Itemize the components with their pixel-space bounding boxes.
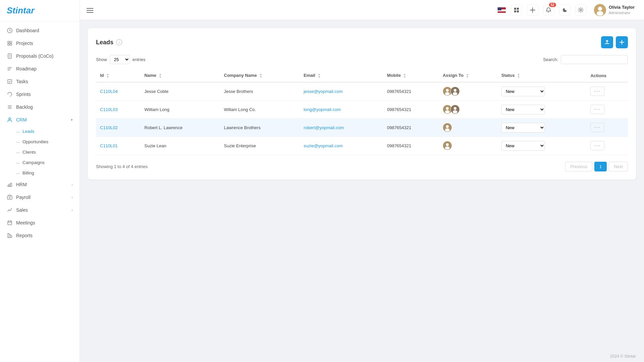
sidebar-item-hrm[interactable]: HRM ›	[0, 178, 80, 191]
sidebar-sub-leads[interactable]: Leads	[0, 126, 80, 137]
sidebar-nav: Dashboard Projects Proposals (CoCo) Road…	[0, 21, 80, 362]
table-row: C110L02 Robert L. Lawrence Lawrence Brot…	[96, 118, 628, 137]
col-mobile[interactable]: Mobile ▲▼	[383, 69, 439, 82]
sidebar-item-sprints[interactable]: Sprints	[0, 88, 80, 101]
lead-company-cell: Willam Long Co.	[220, 100, 300, 118]
lead-email-link[interactable]: jesse@yopmail.com	[304, 89, 343, 94]
assign-avatars	[443, 87, 493, 96]
sidebar-item-crm-label: CRM	[16, 117, 67, 122]
lead-id-link[interactable]: C110L04	[100, 89, 118, 94]
lead-actions-button[interactable]: ···	[590, 87, 604, 96]
sidebar-sub-clients[interactable]: Clients	[0, 147, 80, 157]
svg-rect-16	[7, 196, 12, 199]
col-assign[interactable]: Assign To ▲▼	[439, 69, 497, 82]
add-lead-button[interactable]	[616, 36, 628, 48]
lead-actions-button[interactable]: ···	[590, 141, 604, 150]
lead-email-cell: suzie@yopmail.com	[300, 137, 383, 155]
svg-rect-3	[8, 44, 9, 45]
sidebar-item-payroll[interactable]: Payroll ›	[0, 191, 80, 204]
user-profile-area[interactable]: Olivia Taylor Administrator	[591, 3, 637, 17]
lead-actions-cell: ···	[586, 82, 628, 101]
svg-rect-9	[8, 80, 12, 84]
lead-name-cell: Jesse Coble	[140, 82, 220, 101]
previous-page-button[interactable]: Previous	[565, 162, 592, 171]
lead-id-cell: C110L03	[96, 100, 140, 118]
svg-point-45	[445, 110, 450, 113]
svg-rect-15	[10, 183, 12, 187]
lead-status-select[interactable]: NewIn ProgressClosedLost	[501, 87, 545, 96]
crm-chevron-icon: ▾	[71, 118, 73, 122]
lead-status-cell: NewIn ProgressClosedLost	[497, 137, 586, 155]
lead-actions-button[interactable]: ···	[590, 123, 604, 132]
page-title: Leads	[96, 39, 113, 46]
col-id[interactable]: Id ▲▼	[96, 69, 140, 82]
svg-point-17	[9, 197, 10, 198]
assign-avatar-1	[443, 141, 452, 150]
lead-actions-button[interactable]: ···	[590, 105, 604, 114]
sidebar-item-backlog[interactable]: Backlog	[0, 101, 80, 113]
col-email[interactable]: Email ▲▼	[300, 69, 383, 82]
sidebar-item-sales[interactable]: Sales ›	[0, 204, 80, 216]
sidebar-item-roadmap-label: Roadmap	[16, 66, 73, 71]
sidebar-sub-billing[interactable]: Billing	[0, 168, 80, 178]
sidebar-item-dashboard[interactable]: Dashboard	[0, 24, 80, 37]
name-sort-icon: ▲▼	[159, 73, 161, 79]
col-name[interactable]: Name ▲▼	[140, 69, 220, 82]
sidebar-item-tasks[interactable]: Tasks	[0, 75, 80, 88]
assign-avatar-2	[450, 105, 460, 114]
table-body: C110L04 Jesse Coble Jesse Brothers jesse…	[96, 82, 628, 155]
lead-email-cell: long@yopmail.com	[300, 100, 383, 118]
lead-status-select[interactable]: NewIn ProgressClosedLost	[501, 105, 545, 114]
hrm-icon	[7, 182, 13, 188]
proposals-icon	[7, 53, 13, 59]
main-area: 52 Olivia Taylor Administrator	[80, 0, 644, 362]
col-company[interactable]: Company Name ▲▼	[220, 69, 300, 82]
sidebar-item-projects[interactable]: Projects	[0, 37, 80, 50]
lead-name-cell: Robert L. Lawrence	[140, 118, 220, 137]
lead-email-link[interactable]: robert@yopmail.com	[304, 125, 344, 130]
sidebar-item-hrm-label: HRM	[16, 182, 68, 187]
col-status[interactable]: Status ▲▼	[497, 69, 586, 82]
lead-mobile-cell: 0987654321	[383, 118, 439, 137]
settings-button[interactable]	[575, 4, 587, 16]
sidebar-sub-campaigns[interactable]: Campaigns	[0, 157, 80, 168]
svg-point-38	[446, 89, 449, 92]
entries-select[interactable]: 10 25 50 100	[110, 55, 130, 64]
lead-email-link[interactable]: long@yopmail.com	[304, 107, 341, 112]
svg-point-31	[580, 9, 582, 11]
lead-status-select[interactable]: NewIn ProgressClosedLost	[501, 141, 545, 151]
upload-button[interactable]	[601, 36, 613, 48]
sidebar: Stintar Dashboard Projects Proposals (Co…	[0, 0, 80, 362]
lead-id-link[interactable]: C110L03	[100, 107, 118, 112]
svg-point-50	[446, 125, 449, 128]
page-1-button[interactable]: 1	[594, 162, 607, 171]
footer: 2024 © Stintar	[80, 351, 644, 362]
sidebar-item-reports[interactable]: Reports	[0, 229, 80, 242]
search-input[interactable]	[561, 55, 628, 64]
lead-name-cell: Suzie Lean	[140, 137, 220, 155]
next-page-button[interactable]: Next	[609, 162, 628, 171]
sidebar-item-roadmap[interactable]: Roadmap	[0, 62, 80, 75]
backlog-icon	[7, 104, 13, 110]
sidebar-item-crm[interactable]: CRM ▾	[0, 113, 80, 126]
lead-mobile-cell: 0987654321	[383, 100, 439, 118]
lead-status-select[interactable]: NewIn ProgressClosedLost	[501, 123, 545, 133]
lead-id-link[interactable]: C110L01	[100, 143, 118, 148]
lead-email-link[interactable]: suzie@yopmail.com	[304, 143, 343, 148]
roadmap-icon	[7, 66, 13, 72]
status-sort-icon: ▲▼	[517, 73, 520, 79]
lead-id-link[interactable]: C110L02	[100, 125, 118, 130]
language-flag[interactable]	[497, 7, 506, 13]
sidebar-item-proposals[interactable]: Proposals (CoCo)	[0, 50, 80, 62]
sidebar-item-meetings-label: Meetings	[16, 220, 73, 225]
sidebar-item-meetings[interactable]: Meetings	[0, 216, 80, 229]
grid-view-button[interactable]	[511, 4, 522, 16]
expand-button[interactable]	[527, 4, 538, 16]
notifications-button[interactable]: 52	[543, 4, 554, 16]
svg-point-48	[453, 110, 457, 113]
sidebar-sub-opportunities[interactable]: Opportunities	[0, 137, 80, 147]
menu-toggle-button[interactable]	[87, 6, 93, 14]
dark-mode-button[interactable]	[559, 4, 571, 16]
page-info-icon[interactable]: i	[116, 39, 122, 45]
lead-actions-cell: ···	[586, 137, 628, 155]
